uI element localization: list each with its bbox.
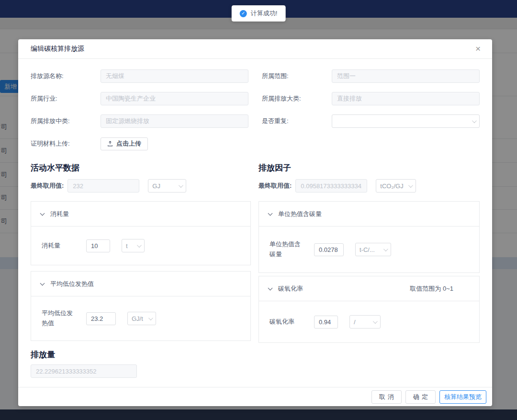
result-preview-button[interactable]: 核算结果预览 [439,390,486,404]
oxidation-rate-field-label: 碳氧化率 [270,317,304,327]
heating-value-unit-select[interactable]: GJ/t [127,312,156,325]
source-name-label: 排放源名称: [31,72,101,80]
form-grid: 排放源名称: 所属范围: 所属行业: 所属排放大类: 所属排放中类: [31,69,480,161]
consumption-unit-select[interactable]: t [122,239,145,252]
factor-section-title: 排放因子 [258,162,480,173]
page-root: 新增 司 司 司 司 司 ✓ 计算成功! 编辑碳核算排放源 × 排放源名称: [0,0,517,420]
mid-category-label: 所属排放中类: [31,117,101,125]
oxidation-rate-panel-title: 碳氧化率 [278,284,303,293]
consumption-panel-header[interactable]: 消耗量 [31,202,250,227]
heating-value-panel-title: 平均低位发热值 [50,280,94,288]
upload-label: 证明材料上传: [31,139,101,148]
dialog-body: 排放源名称: 所属范围: 所属行业: 所属排放大类: 所属排放中类: [18,59,492,378]
activity-section: 活动水平数据 最终取用值: GJ 消耗量 [31,162,251,343]
factor-final-input [295,179,367,193]
activity-unit-select[interactable]: GJ [148,179,186,193]
factor-final-label: 最终取用值: [258,182,292,190]
edit-emission-source-dialog: 编辑碳核算排放源 × 排放源名称: 所属范围: 所属行业: 所属排放大类: [18,39,492,406]
activity-section-title: 活动水平数据 [31,162,251,173]
chevron-down-icon [408,183,413,188]
heating-value-panel: 平均低位发热值 平均低位发热值 GJ/t [31,271,251,341]
dialog-header: 编辑碳核算排放源 [18,39,492,59]
scope-input [332,69,480,83]
upload-button-label: 点击上传 [116,139,141,148]
activity-final-input [67,179,139,193]
dialog-footer: 取消 确定 核算结果预览 [18,387,492,406]
upload-button[interactable]: 点击上传 [101,137,148,150]
duplicate-label: 是否重复: [262,117,332,125]
factor-unit-select[interactable]: tCO₂/GJ [376,179,416,193]
consumption-field-label: 消耗量 [42,241,76,251]
success-toast: ✓ 计算成功! [232,5,286,22]
consumption-unit-value: t [126,242,137,250]
consumption-panel: 消耗量 消耗量 t [31,201,251,265]
carbon-content-input[interactable] [314,243,344,256]
heating-value-unit-value: GJ/t [132,315,148,322]
upload-icon [107,141,113,147]
oxidation-rate-unit-value: / [354,318,373,326]
emission-section-title: 排放量 [31,349,480,360]
cancel-button[interactable]: 取消 [371,390,402,404]
factor-unit-value: tCO₂/GJ [380,182,408,190]
heating-value-field-label: 平均低位发热值 [42,308,76,329]
chevron-down-icon [40,281,45,285]
oxidation-rate-panel: 碳氧化率 取值范围为 0~1 碳氧化率 / [258,276,480,343]
heating-value-panel-header[interactable]: 平均低位发热值 [31,272,250,296]
carbon-content-field-label: 单位热值含碳量 [270,239,304,260]
check-circle-icon: ✓ [240,10,247,17]
industry-input [101,92,248,105]
industry-label: 所属行业: [31,94,101,103]
activity-final-label: 最终取用值: [31,182,64,190]
chevron-down-icon [373,319,378,324]
chevron-down-icon [268,211,273,216]
chevron-down-icon [472,118,477,123]
oxidation-rate-range-note: 取值范围为 0~1 [410,284,453,293]
major-category-input [332,92,480,105]
chevron-down-icon [40,211,45,216]
scope-label: 所属范围: [262,72,332,80]
chevron-down-icon [268,285,273,290]
chevron-down-icon [179,183,183,188]
major-category-label: 所属排放大类: [262,94,332,103]
consumption-input[interactable] [86,239,110,252]
carbon-content-panel-title: 单位热值含碳量 [278,210,322,218]
toast-message: 计算成功! [251,9,278,18]
chevron-down-icon [383,247,388,251]
oxidation-rate-panel-header[interactable]: 碳氧化率 取值范围为 0~1 [259,276,479,301]
duplicate-select[interactable] [332,114,480,128]
factor-section: 排放因子 最终取用值: tCO₂/GJ 单位热值含碳量 [258,162,480,343]
close-icon[interactable]: × [472,43,483,55]
oxidation-rate-unit-select[interactable]: / [349,315,381,329]
chevron-down-icon [137,243,142,248]
carbon-content-unit-value: t-C/... [360,246,383,253]
emission-result-input [31,364,137,378]
sections-grid: 活动水平数据 最终取用值: GJ 消耗量 [31,162,480,343]
carbon-content-panel: 单位热值含碳量 单位热值含碳量 t-C/... [258,201,480,273]
consumption-panel-title: 消耗量 [50,210,69,218]
carbon-content-panel-header[interactable]: 单位热值含碳量 [259,202,479,227]
oxidation-rate-input[interactable] [314,316,338,329]
source-name-input [101,69,248,83]
chevron-down-icon [148,316,153,320]
dialog-title: 编辑碳核算排放源 [31,45,84,53]
mid-category-input [101,114,248,128]
confirm-button[interactable]: 确定 [405,390,436,404]
activity-unit-value: GJ [152,182,179,190]
carbon-content-unit-select[interactable]: t-C/... [355,243,391,256]
heating-value-input[interactable] [86,312,116,325]
